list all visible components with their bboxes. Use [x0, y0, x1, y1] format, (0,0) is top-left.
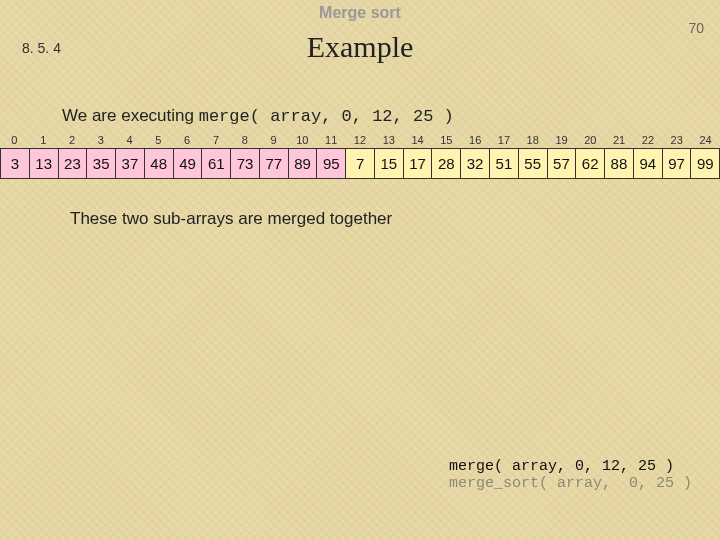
exec-line: We are executing merge( array, 0, 12, 25…: [62, 106, 720, 126]
sub-text: These two sub-arrays are merged together: [70, 209, 720, 229]
value-cell: 35: [86, 148, 115, 179]
index-cell: 22: [634, 134, 663, 148]
index-cell: 6: [173, 134, 202, 148]
value-cell: 57: [547, 148, 576, 179]
index-cell: 14: [403, 134, 432, 148]
index-cell: 17: [490, 134, 519, 148]
value-cell: 99: [690, 148, 720, 179]
value-cell: 51: [489, 148, 518, 179]
slide-title: Example: [0, 30, 720, 64]
array-block: 0123456789101112131415161718192021222324…: [0, 134, 720, 179]
value-cell: 7: [345, 148, 374, 179]
value-cell: 94: [633, 148, 662, 179]
value-cell: 77: [259, 148, 288, 179]
index-cell: 3: [86, 134, 115, 148]
value-cell: 32: [460, 148, 489, 179]
index-cell: 15: [432, 134, 461, 148]
index-cell: 8: [230, 134, 259, 148]
index-cell: 4: [115, 134, 144, 148]
value-cell: 37: [115, 148, 144, 179]
call-stack-line: merge( array, 0, 12, 25 ): [449, 458, 692, 475]
section-number: 8. 5. 4: [22, 40, 61, 56]
index-cell: 23: [662, 134, 691, 148]
index-cell: 18: [518, 134, 547, 148]
value-row: 3132335374849617377899571517283251555762…: [0, 148, 720, 179]
exec-code: merge( array, 0, 12, 25 ): [199, 107, 454, 126]
value-cell: 95: [316, 148, 345, 179]
exec-prefix: We are executing: [62, 106, 199, 125]
value-cell: 61: [201, 148, 230, 179]
value-cell: 88: [604, 148, 633, 179]
index-cell: 21: [605, 134, 634, 148]
index-cell: 2: [58, 134, 87, 148]
index-row: 0123456789101112131415161718192021222324: [0, 134, 720, 148]
index-cell: 16: [461, 134, 490, 148]
index-cell: 0: [0, 134, 29, 148]
value-cell: 28: [431, 148, 460, 179]
index-cell: 13: [374, 134, 403, 148]
index-cell: 5: [144, 134, 173, 148]
page-number: 70: [688, 20, 704, 36]
index-cell: 1: [29, 134, 58, 148]
value-cell: 49: [173, 148, 202, 179]
call-stack: merge( array, 0, 12, 25 )merge_sort( arr…: [449, 458, 692, 492]
value-cell: 3: [0, 148, 29, 179]
index-cell: 10: [288, 134, 317, 148]
index-cell: 9: [259, 134, 288, 148]
value-cell: 15: [374, 148, 403, 179]
value-cell: 73: [230, 148, 259, 179]
index-cell: 12: [346, 134, 375, 148]
value-cell: 89: [288, 148, 317, 179]
header-title: Merge sort: [0, 0, 720, 22]
index-cell: 24: [691, 134, 720, 148]
call-stack-line: merge_sort( array, 0, 25 ): [449, 475, 692, 492]
index-cell: 7: [202, 134, 231, 148]
value-cell: 17: [403, 148, 432, 179]
value-cell: 62: [575, 148, 604, 179]
value-cell: 23: [58, 148, 87, 179]
value-cell: 13: [29, 148, 58, 179]
value-cell: 97: [662, 148, 691, 179]
index-cell: 20: [576, 134, 605, 148]
index-cell: 19: [547, 134, 576, 148]
value-cell: 48: [144, 148, 173, 179]
value-cell: 55: [518, 148, 547, 179]
index-cell: 11: [317, 134, 346, 148]
